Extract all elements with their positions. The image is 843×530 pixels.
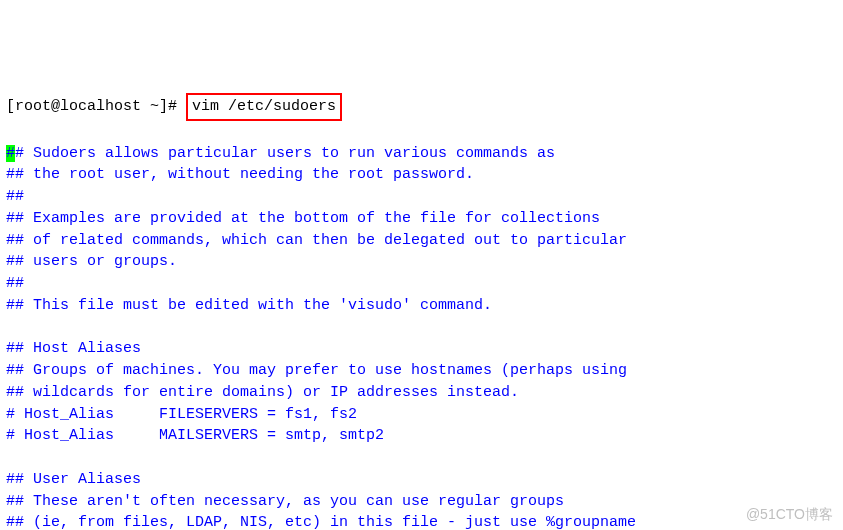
file-line: ## Groups of machines. You may prefer to…	[6, 362, 627, 379]
file-line: ## Host Aliases	[6, 340, 141, 357]
file-line: ##	[6, 188, 24, 205]
file-line: ## (ie, from files, LDAP, NIS, etc) in t…	[6, 514, 636, 530]
file-line: ##	[6, 275, 24, 292]
shell-prompt: [root@localhost ~]#	[6, 98, 186, 115]
file-line: ## This file must be edited with the 'vi…	[6, 297, 492, 314]
file-line: # Host_Alias MAILSERVERS = smtp, smtp2	[6, 427, 384, 444]
file-line: ## of related commands, which can then b…	[6, 232, 627, 249]
file-line: ## These aren't often necessary, as you …	[6, 493, 564, 510]
file-line: # Sudoers allows particular users to run…	[15, 145, 555, 162]
file-line: ## users or groups.	[6, 253, 177, 270]
terminal-output: [root@localhost ~]# vim /etc/sudoers ## …	[6, 93, 837, 530]
command-highlight-box: vim /etc/sudoers	[186, 93, 342, 121]
watermark-text: @51CTO博客	[746, 504, 833, 524]
file-line: ## wildcards for entire domains) or IP a…	[6, 384, 519, 401]
file-line: ## User Aliases	[6, 471, 141, 488]
file-line: ## the root user, without needing the ro…	[6, 166, 474, 183]
file-line: # Host_Alias FILESERVERS = fs1, fs2	[6, 406, 357, 423]
vim-cursor: #	[6, 145, 15, 162]
command-text: vim /etc/sudoers	[192, 98, 336, 115]
file-line: ## Examples are provided at the bottom o…	[6, 210, 600, 227]
